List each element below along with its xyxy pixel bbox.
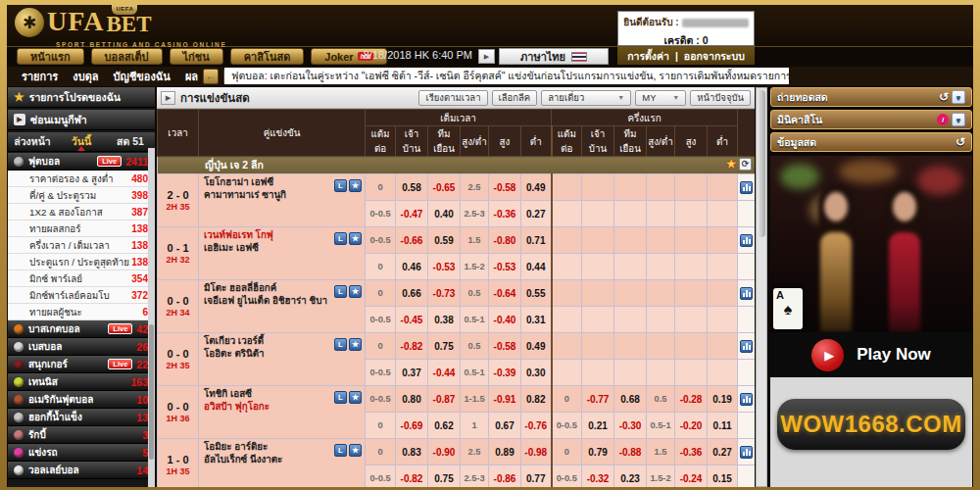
odds-cell[interactable]: -0.76 — [521, 413, 552, 439]
odds-cell[interactable]: 0.49 — [521, 333, 552, 360]
league-favorite-icon[interactable]: ★ — [726, 158, 736, 171]
handicap-cell[interactable]: 0-0.5 — [366, 466, 396, 488]
odds-cell[interactable]: -0.40 — [489, 307, 521, 333]
odds-cell[interactable]: -0.82 — [396, 466, 428, 488]
add-favorite-icon[interactable]: ★ — [349, 179, 362, 192]
sidebar-sport-item[interactable]: เทนนิส163 — [8, 373, 155, 391]
odds-cell[interactable]: -0.86 — [489, 466, 521, 488]
odds-cell[interactable]: 0.31 — [521, 307, 552, 333]
stats-chart-icon[interactable] — [740, 234, 753, 247]
odds-cell[interactable]: 0.89 — [489, 439, 521, 466]
chevron-down-icon[interactable]: ▼ — [952, 113, 965, 126]
sidebar-bet-type-item[interactable]: มิกซ์พาร์เลย์คอมโบ372 — [8, 287, 155, 304]
handicap-cell[interactable]: 0 — [366, 254, 396, 280]
handicap-cell[interactable]: 0-0.5 — [552, 466, 582, 488]
odds-cell[interactable]: 0.40 — [428, 201, 461, 227]
stats-chart-icon[interactable] — [740, 393, 753, 406]
odds-cell[interactable]: 0.82 — [521, 386, 552, 413]
chevron-down-icon[interactable]: ▼ — [952, 90, 965, 104]
odds-cell[interactable]: -0.91 — [489, 386, 521, 413]
brand-logo[interactable]: ✱ UFA UEFA BET SPORT BETTING AND CASINO … — [15, 8, 152, 37]
odds-cell[interactable]: 0.23 — [614, 466, 647, 488]
odds-cell[interactable]: 0.66 — [396, 280, 428, 307]
sidebar-sport-item[interactable]: สนุกเกอร์Live22 — [8, 356, 155, 373]
sidebar-sport-item[interactable]: บาสเกตบอลLive42 — [8, 320, 155, 338]
odds-cell[interactable]: 0.46 — [396, 254, 428, 280]
handicap-cell[interactable]: 0-0.5 — [366, 307, 396, 333]
odds-cell[interactable]: 0.27 — [708, 439, 738, 466]
sidebar-sport-item[interactable]: รักบี้3 — [8, 426, 155, 444]
odds-cell[interactable]: 0.27 — [521, 201, 552, 227]
odds-cell[interactable]: -0.36 — [489, 201, 521, 227]
live-tv-icon[interactable]: L — [334, 444, 347, 457]
handicap-cell[interactable]: 0 — [366, 333, 396, 360]
favorites-bar[interactable]: ★ รายการโปรดของฉัน — [8, 87, 155, 108]
handicap-cell[interactable]: 0 — [366, 280, 396, 307]
handicap-cell[interactable]: 0 — [366, 439, 396, 466]
goal-line-cell[interactable]: 1.5 — [461, 227, 489, 254]
hide-menu-bar[interactable]: ▶ ซ่อนเมนูกีฬา — [8, 110, 155, 130]
handicap-cell[interactable]: 0-0.5 — [366, 201, 396, 227]
live-tv-icon[interactable]: L — [334, 391, 347, 404]
add-favorite-icon[interactable]: ★ — [349, 232, 362, 245]
stats-chart-icon[interactable] — [740, 446, 753, 459]
sidebar-sport-item[interactable]: ฮอกกี้น้ำแข็ง13 — [8, 409, 155, 426]
sidebar-bet-type-item[interactable]: ราคาต่อรอง & สูงต่ำ480 — [8, 171, 155, 187]
sidebar-tab[interactable]: วันนี้ — [57, 132, 106, 151]
odds-cell[interactable]: -0.20 — [675, 413, 708, 439]
sidebar-bet-type-item[interactable]: ครึ่งเวลา / เต็มเวลา138 — [8, 237, 155, 254]
nav-tab-บอลสเต็ป[interactable]: บอลสเต็ป — [91, 48, 163, 65]
handicap-cell[interactable]: 0 — [366, 174, 396, 201]
goal-line-cell[interactable]: 0.5-1 — [647, 413, 675, 439]
language-select[interactable]: ภาษาไทย — [499, 48, 609, 65]
odds-cell[interactable]: -0.90 — [428, 439, 461, 466]
odds-cell[interactable]: -0.58 — [489, 333, 521, 360]
odds-cell[interactable]: 0.21 — [582, 413, 614, 439]
odds-cell[interactable]: -0.36 — [675, 439, 708, 466]
add-favorite-icon[interactable]: ★ — [349, 444, 362, 457]
goal-line-cell[interactable]: 0.5-1 — [461, 307, 489, 333]
nav-tab-ไก่ชน[interactable]: ไก่ชน — [170, 48, 223, 65]
odds-cell[interactable]: -0.44 — [428, 360, 461, 386]
sidebar-bet-type-item[interactable]: มิกซ์ พาร์เลย์354 — [8, 270, 155, 287]
odds-cell[interactable]: -0.47 — [396, 201, 428, 227]
odds-cell[interactable]: 0.44 — [521, 254, 552, 280]
goal-line-cell[interactable]: 1 — [461, 413, 489, 439]
goal-line-cell[interactable]: 2.5-3 — [461, 201, 489, 227]
handicap-cell[interactable]: 0 — [366, 413, 396, 439]
clock-play-icon[interactable]: ▶ — [478, 49, 495, 64]
main-scroll-thumb[interactable] — [758, 90, 765, 237]
odds-cell[interactable]: -0.53 — [489, 254, 521, 280]
stats-chart-icon[interactable] — [740, 340, 753, 353]
goal-line-cell[interactable]: 2.5 — [461, 439, 489, 466]
goal-line-cell[interactable]: 0.5 — [461, 333, 489, 360]
add-favorite-icon[interactable]: ★ — [349, 338, 362, 351]
casino-promo-image[interactable]: A ♠ — [770, 156, 972, 332]
bet-type-select[interactable]: ลายเดี่ยว▼ — [541, 90, 631, 106]
goal-line-cell[interactable]: 0.5 — [461, 280, 489, 307]
odds-cell[interactable]: -0.82 — [396, 333, 428, 360]
select-league-button[interactable]: เลือกลีค — [492, 90, 538, 106]
odds-cell[interactable]: -0.45 — [396, 307, 428, 333]
goal-line-cell[interactable]: 0.5-1 — [461, 360, 489, 386]
goal-line-cell[interactable]: 1.5-2 — [461, 254, 489, 280]
odds-cell[interactable]: -0.98 — [521, 439, 552, 466]
current-page-button[interactable]: หน้าปัจจุบัน — [690, 90, 751, 106]
marquee-prev-button[interactable]: ← — [203, 69, 219, 84]
odds-cell[interactable]: 0.15 — [708, 466, 738, 488]
add-favorite-icon[interactable]: ★ — [349, 391, 362, 404]
sidebar-bet-type-item[interactable]: ทายผลผู้ชนะ6 — [8, 304, 155, 320]
goal-line-cell[interactable]: 1.5 — [647, 439, 675, 466]
sidebar-sport-item[interactable]: เบสบอล26 — [8, 338, 155, 356]
sidebar-scrollbar[interactable] — [148, 148, 155, 487]
odds-cell[interactable]: 0.77 — [521, 466, 552, 488]
sidebar-bet-type-item[interactable]: ทายผลสกอร์138 — [8, 220, 155, 237]
mini-casino-button[interactable]: มินิคาสิโน i▼ — [770, 110, 972, 129]
odds-cell[interactable]: 0.19 — [708, 386, 738, 413]
info-icon[interactable]: i — [937, 114, 949, 125]
main-scrollbar[interactable] — [756, 87, 767, 487]
league-header[interactable]: ญี่ปุ่น เจ 2 ลีก ★ ⟳ — [158, 157, 756, 174]
refresh-icon[interactable]: ⟳ — [739, 158, 752, 171]
odds-cell[interactable]: -0.87 — [428, 386, 461, 413]
odds-cell[interactable]: 0.83 — [396, 439, 428, 466]
